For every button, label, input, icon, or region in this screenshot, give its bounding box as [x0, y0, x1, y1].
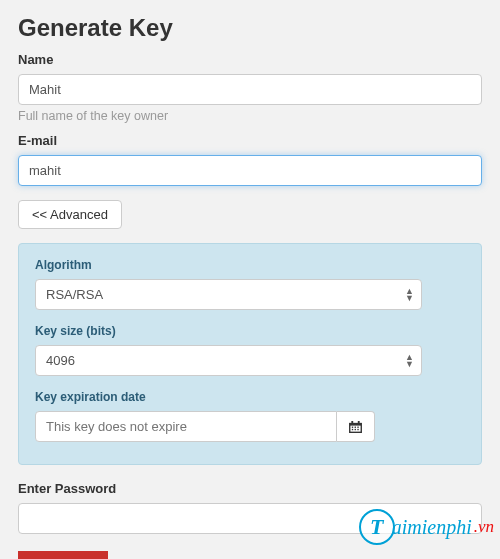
keysize-label: Key size (bits) — [35, 324, 465, 338]
password-input[interactable] — [18, 503, 482, 534]
keysize-group: Key size (bits) ▲▼ — [35, 324, 465, 376]
keysize-select[interactable] — [35, 345, 422, 376]
name-help-text: Full name of the key owner — [18, 109, 482, 123]
algorithm-group: Algorithm ▲▼ — [35, 258, 465, 310]
algorithm-label: Algorithm — [35, 258, 465, 272]
password-label: Enter Password — [18, 481, 482, 496]
svg-rect-1 — [351, 425, 361, 431]
advanced-panel: Algorithm ▲▼ Key size (bits) ▲▼ Key expi… — [18, 243, 482, 465]
expiration-label: Key expiration date — [35, 390, 465, 404]
email-input[interactable] — [18, 155, 482, 186]
svg-rect-4 — [352, 426, 353, 427]
datepicker-button[interactable] — [337, 411, 374, 442]
expiration-group: Key expiration date — [35, 390, 465, 442]
name-input[interactable] — [18, 74, 482, 105]
svg-rect-6 — [357, 426, 358, 427]
password-error-badge — [18, 551, 108, 559]
svg-rect-5 — [355, 426, 356, 427]
svg-rect-8 — [355, 428, 356, 429]
email-label: E-mail — [18, 133, 482, 148]
calendar-icon — [349, 421, 362, 433]
advanced-toggle-button[interactable]: << Advanced — [18, 200, 122, 229]
svg-rect-3 — [358, 421, 360, 424]
name-label: Name — [18, 52, 482, 67]
password-group: Enter Password — [18, 481, 482, 534]
page-title: Generate Key — [18, 14, 482, 42]
svg-rect-9 — [357, 428, 358, 429]
svg-rect-2 — [351, 421, 353, 424]
name-group: Name Full name of the key owner — [18, 52, 482, 123]
algorithm-select[interactable] — [35, 279, 422, 310]
svg-rect-7 — [352, 428, 353, 429]
expiration-input[interactable] — [35, 411, 337, 442]
email-group: E-mail — [18, 133, 482, 186]
